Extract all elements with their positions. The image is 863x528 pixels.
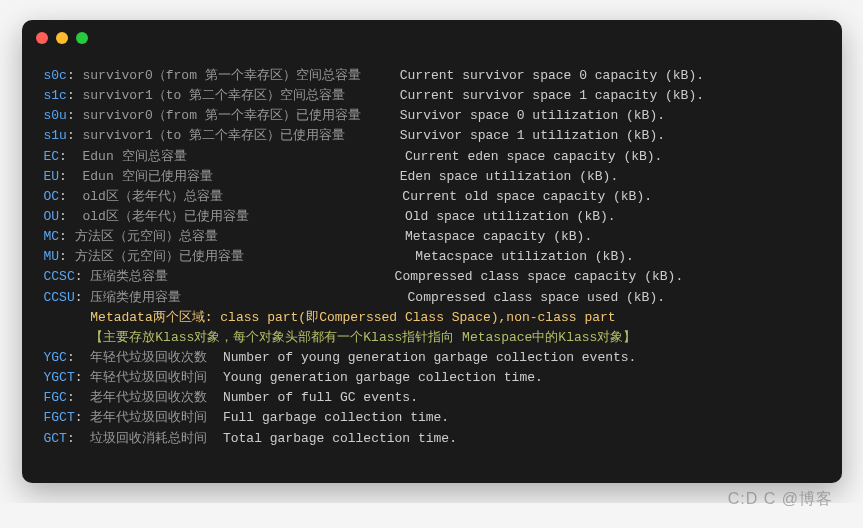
colon: : (75, 269, 91, 284)
description: Eden space utilization (kB). (400, 169, 618, 184)
value: 压缩类总容量 (90, 269, 168, 284)
value: 压缩类使用容量 (90, 290, 181, 305)
terminal-line: MU: 方法区（元空间）已使用容量 Metacspace utilization… (44, 247, 820, 267)
description: Current old space capacity (kB). (402, 189, 652, 204)
description: Metacspace utilization (kB). (408, 249, 634, 264)
description: Survivor space 0 utilization (kB). (400, 108, 665, 123)
terminal-line: EC: Edun 空间总容量 Current eden space capaci… (44, 147, 820, 167)
description: Total garbage collection time. (223, 431, 457, 446)
terminal-line: CCSU: 压缩类使用容量 Compressed class space use… (44, 288, 820, 308)
key: FGCT (44, 410, 75, 425)
value: 年轻代垃圾回收次数 (90, 350, 207, 365)
colon: : (59, 249, 75, 264)
key: s0c (44, 68, 67, 83)
metadata-line-2: 【主要存放Klass对象，每个对象头部都有一个Klass指针指向 Metaspa… (44, 328, 820, 348)
value: Edun 空间总容量 (83, 149, 187, 164)
value: 老年代垃圾回收时间 (90, 410, 207, 425)
key: OC (44, 189, 60, 204)
key: CCSC (44, 269, 75, 284)
value: 方法区（元空间）总容量 (75, 229, 218, 244)
colon: : (59, 189, 82, 204)
description: Current survivor space 1 capacity (kB). (400, 88, 704, 103)
value: survivor1（to 第二个幸存区）已使用容量 (83, 128, 346, 143)
description: Compressed class space used (kB). (400, 290, 665, 305)
watermark-text: C:D C @博客 (728, 489, 833, 503)
value: survivor0（from 第一个幸存区）已使用容量 (83, 108, 361, 123)
value: 年轻代垃圾回收时间 (90, 370, 207, 385)
maximize-icon[interactable] (76, 32, 88, 44)
value: Edun 空间已使用容量 (83, 169, 213, 184)
colon: : (67, 390, 90, 405)
terminal-line: s0u: survivor0（from 第一个幸存区）已使用容量 Survivo… (44, 106, 820, 126)
value: 老年代垃圾回收次数 (90, 390, 207, 405)
colon: : (59, 209, 82, 224)
colon: : (75, 290, 91, 305)
key: GCT (44, 431, 67, 446)
metadata-line-1: Metadata两个区域: class part(即Comperssed Cla… (44, 308, 820, 328)
terminal-line: s1u: survivor1（to 第二个幸存区）已使用容量 Survivor … (44, 126, 820, 146)
terminal-line: MC: 方法区（元空间）总容量 Metaspace capacity (kB). (44, 227, 820, 247)
value: old区（老年代）已使用容量 (83, 209, 249, 224)
key: FGC (44, 390, 67, 405)
description: Full garbage collection time. (223, 410, 449, 425)
terminal-line: EU: Edun 空间已使用容量 Eden space utilization … (44, 167, 820, 187)
terminal-line: OU: old区（老年代）已使用容量 Old space utilization… (44, 207, 820, 227)
description: Number of full GC events. (223, 390, 418, 405)
terminal-line: FGCT: 老年代垃圾回收时间 Full garbage collection … (44, 408, 820, 428)
description: Metaspace capacity (kB). (405, 229, 592, 244)
description: Number of young generation garbage colle… (223, 350, 636, 365)
key: s1u (44, 128, 67, 143)
description: Current eden space capacity (kB). (397, 149, 662, 164)
key: YGCT (44, 370, 75, 385)
description: Compressed class space capacity (kB). (395, 269, 684, 284)
value: old区（老年代）总容量 (83, 189, 223, 204)
description: Old space utilization (kB). (405, 209, 616, 224)
key: s1c (44, 88, 67, 103)
key: EU (44, 169, 60, 184)
key: CCSU (44, 290, 75, 305)
terminal-window: s0c: survivor0（from 第一个幸存区）空间总容量 Current… (22, 20, 842, 483)
key: s0u (44, 108, 67, 123)
description: Current survivor space 0 capacity (kB). (400, 68, 704, 83)
value: 方法区（元空间）已使用容量 (75, 249, 244, 264)
colon: : (67, 431, 90, 446)
key: MC (44, 229, 60, 244)
colon: : (67, 88, 83, 103)
terminal-content: s0c: survivor0（from 第一个幸存区）空间总容量 Current… (22, 56, 842, 459)
value: survivor0（from 第一个幸存区）空间总容量 (83, 68, 361, 83)
colon: : (67, 68, 83, 83)
terminal-line: GCT: 垃圾回收消耗总时间 Total garbage collection … (44, 429, 820, 449)
terminal-line: s1c: survivor1（to 第二个幸存区）空间总容量 Current s… (44, 86, 820, 106)
colon: : (59, 229, 75, 244)
terminal-line: YGC: 年轻代垃圾回收次数 Number of young generatio… (44, 348, 820, 368)
key: YGC (44, 350, 67, 365)
key: MU (44, 249, 60, 264)
colon: : (59, 149, 82, 164)
value: 垃圾回收消耗总时间 (90, 431, 207, 446)
terminal-line: OC: old区（老年代）总容量 Current old space capac… (44, 187, 820, 207)
key: EC (44, 149, 60, 164)
colon: : (67, 128, 83, 143)
minimize-icon[interactable] (56, 32, 68, 44)
colon: : (67, 108, 83, 123)
window-titlebar (22, 20, 842, 56)
close-icon[interactable] (36, 32, 48, 44)
description: Young generation garbage collection time… (223, 370, 543, 385)
terminal-line: YGCT: 年轻代垃圾回收时间 Young generation garbage… (44, 368, 820, 388)
description: Survivor space 1 utilization (kB). (400, 128, 665, 143)
terminal-line: s0c: survivor0（from 第一个幸存区）空间总容量 Current… (44, 66, 820, 86)
terminal-line: CCSC: 压缩类总容量 Compressed class space capa… (44, 267, 820, 287)
colon: : (67, 350, 90, 365)
colon: : (75, 410, 91, 425)
terminal-line: FGC: 老年代垃圾回收次数 Number of full GC events. (44, 388, 820, 408)
value: survivor1（to 第二个幸存区）空间总容量 (83, 88, 346, 103)
colon: : (59, 169, 82, 184)
colon: : (75, 370, 91, 385)
key: OU (44, 209, 60, 224)
